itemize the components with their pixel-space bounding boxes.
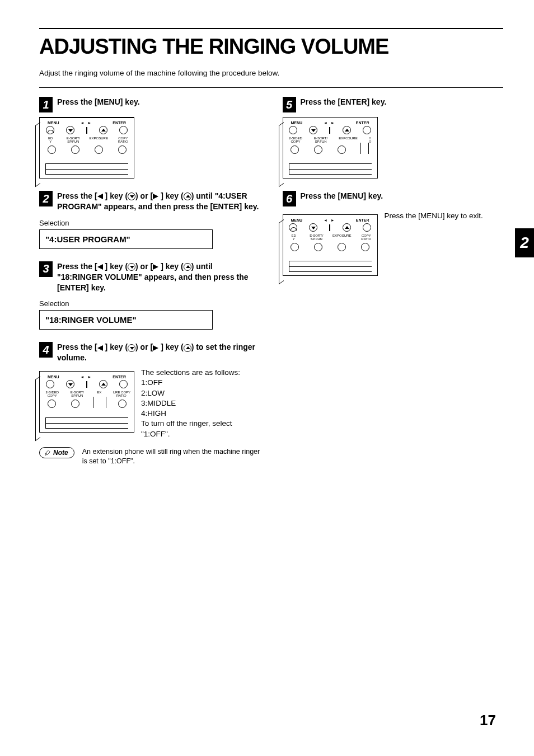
page-title: ADJUSTING THE RINGING VOLUME [39,35,503,59]
circle-up-icon [184,192,191,200]
selection-display: "18:RINGER VOLUME" [39,310,213,330]
step-number: 4 [39,342,53,358]
step-5: 5 Press the [ENTER] key. MENU ◄ ► ENTER … [283,97,504,179]
step-2: 2 Press the [] key () or [] key () until… [39,191,260,249]
step-title: Press the [] key () or [] key () to set … [57,342,260,363]
selection-label: Selection [39,219,260,227]
arrow-left-icon [97,264,105,270]
step-number: 5 [283,97,296,112]
arrow-right-icon [153,194,161,199]
step-3: 3 Press the [] key () or [] key () until… [39,261,260,330]
left-column: 1 Press the [MENU] key. MENU ◄ ► ENTER [39,97,260,478]
step-number: 6 [283,191,296,206]
arrow-left-icon [97,345,105,351]
chapter-tab: 2 [515,228,534,257]
arrow-right-icon [153,264,161,270]
step-body-text: The selections are as follows: 1:OFF 2:L… [141,368,260,439]
keypad-illustration: MENU ◄ ► ENTER EDY E-SORT/SP.FUN EXPOSUR… [39,117,134,179]
circle-up-icon [184,263,191,271]
step-number: 1 [39,97,53,112]
intro-text: Adjust the ringing volume of the machine… [39,69,503,77]
note-text: An extension phone will still ring when … [82,447,260,466]
keypad-illustration: MENU ◄ ► ENTER 2-SIDEDCOPY E-SORT/SP.FUN… [39,371,134,433]
circle-up-icon [184,344,191,352]
selection-display: "4:USER PROGRAM" [39,229,213,249]
circle-down-icon [128,192,135,200]
step-4: 4 Press the [] key () or [] key () to se… [39,342,260,466]
step-6: 6 Press the [MENU] key. MENU ◄ ► ENTER [283,191,504,276]
step-1: 1 Press the [MENU] key. MENU ◄ ► ENTER [39,97,260,179]
kp-menu-label: MENU [48,121,59,125]
step-title: Press the [ENTER] key. [301,97,387,107]
keypad-illustration: MENU ◄ ► ENTER 2-SIDEDCOPY E-SORT/SP.FUN… [283,117,378,179]
selection-label: Selection [39,299,260,308]
note: Note An extension phone will still ring … [39,447,260,466]
arrow-right-icon [153,345,161,351]
circle-down-icon [128,263,135,271]
step-side-text: Press the [MENU] key to exit. [385,211,483,221]
two-columns: 1 Press the [MENU] key. MENU ◄ ► ENTER [39,97,503,478]
keypad-illustration: MENU ◄ ► ENTER EDY E-SORT/SP.FUN EXPOSUR… [283,214,378,276]
kp-enter-label: ENTER [113,121,126,125]
step-title: Press the [] key () or [] key () until "… [57,261,260,293]
arrow-left-icon [97,194,105,199]
step-title: Press the [MENU] key. [57,97,140,107]
circle-down-icon [128,344,135,352]
note-badge: Note [39,447,74,458]
divider [39,87,503,88]
right-column: 5 Press the [ENTER] key. MENU ◄ ► ENTER … [283,97,504,478]
pencil-icon [44,449,51,456]
page-number: 17 [480,712,496,729]
step-number: 2 [39,191,53,206]
step-number: 3 [39,261,53,277]
step-title: Press the [] key () or [] key () until "… [57,191,260,212]
step-title: Press the [MENU] key. [301,191,383,201]
top-rule [39,28,503,29]
